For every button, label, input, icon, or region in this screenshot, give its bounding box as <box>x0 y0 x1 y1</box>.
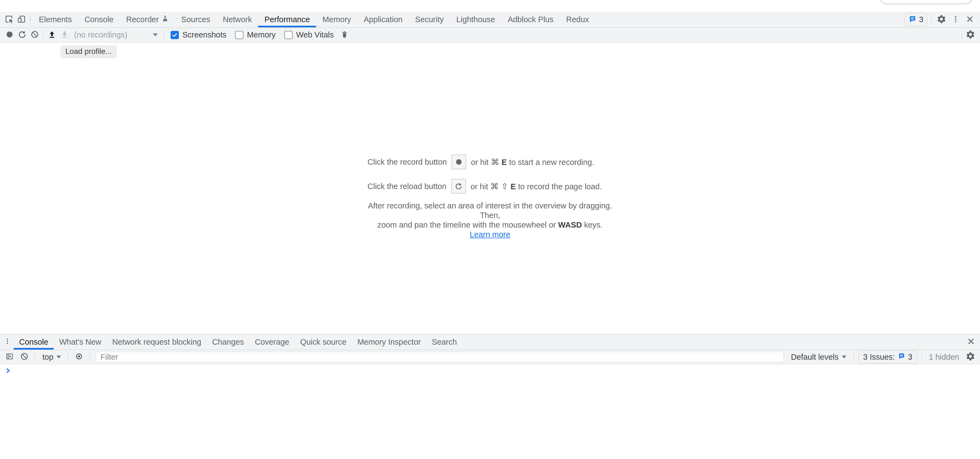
inspect-element-button[interactable] <box>3 13 15 26</box>
clear-recording-button[interactable] <box>29 29 41 41</box>
save-profile-button[interactable] <box>58 29 71 41</box>
javascript-context-select[interactable]: top <box>40 352 64 362</box>
inline-record-button[interactable] <box>452 155 466 169</box>
drawer-tab-whats-new[interactable]: What's New <box>54 334 107 350</box>
tab-label: Sources <box>181 15 210 24</box>
tab-label: Console <box>19 338 48 347</box>
reload-icon <box>18 30 27 40</box>
drawer-tab-quick-source[interactable]: Quick source <box>295 334 352 350</box>
performance-panel-body: Click the record button or hit ⌘ E to st… <box>0 42 980 334</box>
tab-lighthouse[interactable]: Lighthouse <box>450 12 501 27</box>
chevron-down-icon <box>57 355 61 359</box>
tab-elements[interactable]: Elements <box>33 12 78 27</box>
chevron-down-icon <box>842 355 846 359</box>
drawer-more-tools-button[interactable] <box>1 336 14 348</box>
drawer-tab-changes[interactable]: Changes <box>207 334 250 350</box>
tab-label: Security <box>415 15 444 24</box>
drawer-tab-console[interactable]: Console <box>14 334 54 350</box>
divider <box>35 352 35 362</box>
tab-label: Quick source <box>300 338 347 347</box>
log-levels-select[interactable]: Default levels <box>788 352 849 362</box>
wasd-keys: WASD <box>558 220 582 229</box>
console-filter-input[interactable] <box>96 352 784 362</box>
close-icon <box>967 337 975 347</box>
browser-top-strip <box>0 0 980 12</box>
web-vitals-label: Web Vitals <box>296 30 334 39</box>
capture-settings-button[interactable] <box>964 29 977 41</box>
web-vitals-checkbox[interactable] <box>285 31 293 39</box>
drawer-tabs: Console What's New Network request block… <box>14 334 462 350</box>
tab-sources[interactable]: Sources <box>175 12 216 27</box>
e-key: E <box>511 182 516 191</box>
tab-label: Console <box>84 15 113 24</box>
divider <box>921 352 922 362</box>
tab-adblock-plus[interactable]: Adblock Plus <box>501 12 560 27</box>
tab-label: Performance <box>264 15 310 24</box>
issues-bubble-icon <box>898 352 905 362</box>
issues-button[interactable]: 3 Issues: 3 <box>859 351 917 363</box>
screenshots-checkbox[interactable] <box>170 31 179 39</box>
memory-checkbox[interactable] <box>235 31 243 39</box>
load-profile-button[interactable] <box>46 29 58 41</box>
tab-label: Memory <box>322 15 351 24</box>
devtools-tabbar: Elements Console Recorder Sources Networ… <box>0 12 980 28</box>
learn-more-link[interactable]: Learn more <box>470 230 510 239</box>
issues-count: 3 <box>919 15 923 24</box>
recordings-select[interactable]: (no recordings) <box>71 29 162 41</box>
device-toolbar-button[interactable] <box>15 13 28 26</box>
show-console-sidebar-button[interactable] <box>3 351 16 363</box>
tab-recorder[interactable]: Recorder <box>120 12 175 27</box>
drawer-tab-network-request-blocking[interactable]: Network request blocking <box>107 334 207 350</box>
tab-redux[interactable]: Redux <box>560 12 595 27</box>
drawer-tab-memory-inspector[interactable]: Memory Inspector <box>352 334 426 350</box>
tab-label: Search <box>432 338 457 347</box>
web-vitals-checkbox-group[interactable]: Web Vitals <box>285 30 334 39</box>
console-messages-area[interactable] <box>0 364 980 459</box>
divider <box>962 30 962 40</box>
usage-paragraph: After recording, select an area of inter… <box>368 201 612 239</box>
garbage-collect-button[interactable] <box>338 29 351 41</box>
context-value: top <box>42 352 53 362</box>
clear-console-button[interactable] <box>18 351 30 363</box>
gear-icon <box>966 30 975 40</box>
close-drawer-button[interactable] <box>965 336 977 348</box>
tab-security[interactable]: Security <box>409 12 450 27</box>
load-profile-tooltip: Load profile... <box>61 45 116 57</box>
tab-console[interactable]: Console <box>78 12 120 27</box>
download-arrow-icon <box>60 30 69 40</box>
tab-network[interactable]: Network <box>216 12 258 27</box>
gear-icon <box>937 14 947 25</box>
screenshots-checkbox-group[interactable]: Screenshots <box>170 30 226 39</box>
device-toolbar-icon <box>16 14 27 26</box>
shift-key-symbol: ⇧ <box>501 182 511 191</box>
memory-checkbox-group[interactable]: Memory <box>235 30 275 39</box>
console-settings-button[interactable] <box>964 351 977 363</box>
tab-performance[interactable]: Performance <box>258 12 316 27</box>
issues-text: 3 Issues: <box>863 352 895 362</box>
record-button[interactable] <box>3 29 16 41</box>
tab-label: Memory Inspector <box>357 338 421 347</box>
create-live-expression-button[interactable] <box>73 351 85 363</box>
record-icon <box>455 158 463 166</box>
drawer-tab-search[interactable]: Search <box>426 334 462 350</box>
drawer-tab-coverage[interactable]: Coverage <box>250 334 295 350</box>
inline-reload-button[interactable] <box>451 179 466 194</box>
issues-count: 3 <box>908 352 912 362</box>
settings-button[interactable] <box>935 13 948 26</box>
tab-application[interactable]: Application <box>357 12 409 27</box>
devtools-window: Elements Console Recorder Sources Networ… <box>0 0 980 459</box>
tab-label: Coverage <box>255 338 289 347</box>
block-icon <box>30 30 39 40</box>
issues-counter-button[interactable]: 3 <box>905 13 927 26</box>
record-instruction-row: Click the record button or hit ⌘ E to st… <box>368 155 612 169</box>
tab-label: Lighthouse <box>457 15 495 24</box>
reload-and-record-button[interactable] <box>16 29 29 41</box>
eye-icon <box>75 352 83 362</box>
memory-label: Memory <box>247 30 275 39</box>
close-devtools-button[interactable] <box>964 13 976 26</box>
tab-memory[interactable]: Memory <box>316 12 357 27</box>
hidden-messages-label: 1 hidden <box>926 352 962 362</box>
record-icon <box>5 30 14 40</box>
more-options-button[interactable] <box>950 13 962 26</box>
trash-icon <box>340 30 348 40</box>
